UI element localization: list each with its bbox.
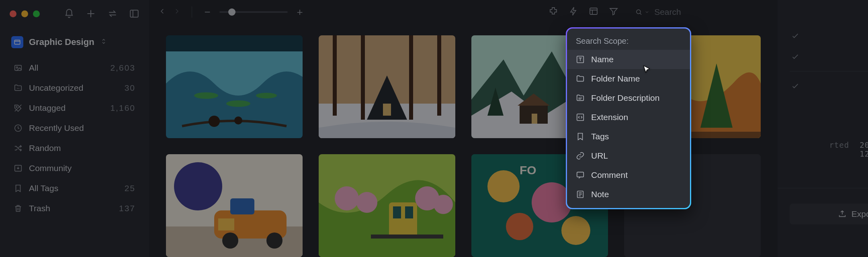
export-icon: [838, 210, 847, 218]
inspector-details: 72 31.72 MB rted 2019/08/01 12:03 Create: [778, 104, 868, 180]
detail-label: [790, 165, 868, 173]
scope-option-label: Comment: [591, 170, 628, 180]
minimize-window-button[interactable]: [21, 10, 28, 17]
nav-forward-button[interactable]: [173, 8, 180, 17]
thumbnail[interactable]: [319, 154, 455, 257]
filter-icon[interactable]: [609, 6, 618, 18]
sidebar-item-label: Community: [29, 163, 72, 173]
note-icon: [576, 190, 585, 199]
scope-option-name[interactable]: Name: [567, 50, 690, 69]
sidebar-item-random[interactable]: Random: [8, 138, 141, 158]
zoom-slider-thumb[interactable]: [228, 8, 235, 16]
clock-icon: [14, 124, 23, 133]
transfer-icon[interactable]: [107, 8, 118, 19]
sidebar-item-label: All: [29, 63, 38, 73]
scope-option-comment[interactable]: Comment: [567, 165, 690, 185]
close-window-button[interactable]: [10, 10, 16, 17]
thumbnail[interactable]: [166, 35, 303, 138]
svg-point-36: [174, 162, 222, 210]
scope-option-folder-desc[interactable]: Folder Description: [567, 88, 690, 108]
nav-back-button[interactable]: [159, 8, 166, 17]
inspector-row[interactable]: rawn: [790, 25, 868, 46]
untagged-icon: [14, 104, 23, 112]
sidebar-item-trash[interactable]: Trash 137: [8, 198, 141, 218]
plus-icon[interactable]: [86, 8, 96, 19]
sidebar-item-alltags[interactable]: All Tags 25: [8, 178, 141, 198]
sidebar-item-count: 1,160: [110, 103, 135, 113]
svg-point-55: [506, 213, 533, 240]
folder-uncat-icon: [14, 84, 23, 92]
zoom-slider[interactable]: [219, 11, 288, 13]
svg-point-12: [226, 100, 250, 107]
folder-icon: [576, 74, 585, 83]
scope-option-label: Tags: [591, 132, 609, 141]
zoom-in-button[interactable]: +: [296, 6, 304, 18]
inspector-row[interactable]: tion: [790, 46, 868, 67]
sidebar-item-community[interactable]: Community: [8, 158, 141, 178]
extension-icon[interactable]: [549, 6, 558, 18]
sidebar-item-recent[interactable]: Recently Used: [8, 118, 141, 138]
sidebar-item-untagged[interactable]: Untagged 1,160: [8, 98, 141, 118]
window-controls[interactable]: [10, 10, 40, 17]
sidebar-item-label: Uncategorized: [29, 83, 83, 93]
inspector-fields: rawn tion s: [778, 18, 868, 104]
svg-point-44: [356, 192, 377, 213]
scope-option-label: URL: [591, 151, 608, 161]
export-label: Export: [852, 209, 868, 219]
layout-icon[interactable]: [589, 6, 598, 18]
scope-option-extension[interactable]: Extension: [567, 108, 690, 127]
svg-point-4: [16, 106, 17, 108]
svg-rect-16: [166, 35, 303, 51]
code-box-icon: [576, 113, 585, 122]
svg-rect-7: [590, 8, 597, 14]
export-button[interactable]: Export: [790, 204, 868, 224]
svg-point-14: [209, 116, 220, 127]
sidebar-item-count: 137: [119, 204, 135, 213]
scope-option-note[interactable]: Note: [567, 185, 690, 204]
sidebar-item-uncategorized[interactable]: Uncategorized 30: [8, 78, 141, 98]
svg-point-8: [637, 10, 641, 14]
separator: [790, 71, 868, 71]
svg-point-15: [234, 116, 242, 124]
scope-option-label: Folder Name: [591, 74, 640, 84]
zoom-control: − +: [203, 6, 304, 18]
scope-option-url[interactable]: URL: [567, 146, 690, 165]
sidebar-item-label: Untagged: [29, 103, 66, 113]
scope-option-folder-name[interactable]: Folder Name: [567, 69, 690, 88]
detail-row: rted 2019/08/01 12:03: [790, 137, 868, 161]
sidebar-item-all[interactable]: All 2,603: [8, 58, 141, 78]
panel-toggle-icon[interactable]: [129, 8, 139, 19]
svg-rect-0: [130, 10, 138, 17]
titlebar: [0, 3, 149, 24]
svg-rect-48: [393, 206, 401, 218]
scope-option-tags[interactable]: Tags: [567, 127, 690, 146]
thumbnail[interactable]: [166, 154, 303, 257]
action-icon[interactable]: [569, 6, 578, 18]
thumbnail[interactable]: [319, 35, 455, 138]
folder-text-icon: [576, 94, 585, 102]
bookmark-icon: [14, 184, 23, 193]
fullscreen-window-button[interactable]: [33, 10, 40, 17]
comment-icon: [576, 171, 585, 179]
inspector-panel: rawn tion s 72 31.72 MB rted: [778, 0, 868, 257]
sidebar-item-count: 25: [125, 184, 135, 193]
sidebar-item-label: Random: [29, 143, 61, 153]
svg-rect-61: [577, 172, 584, 177]
sidebar-nav: All 2,603 Uncategorized 30 Untagged 1,16…: [0, 56, 149, 220]
chevron-down-icon[interactable]: [645, 9, 649, 15]
svg-rect-41: [218, 218, 234, 230]
zoom-out-button[interactable]: −: [203, 6, 211, 18]
detail-label: [790, 125, 868, 134]
chevron-updown-icon: [100, 37, 107, 47]
scope-option-label: Extension: [591, 112, 628, 122]
svg-rect-60: [577, 114, 584, 121]
library-selector[interactable]: Graphic Design: [11, 36, 138, 48]
search-input[interactable]: [654, 7, 768, 17]
search-icon: [635, 8, 642, 16]
search-field[interactable]: [635, 7, 768, 17]
link-icon: [576, 151, 585, 160]
bell-icon[interactable]: [64, 8, 74, 19]
images-icon: [14, 63, 23, 72]
inspector-row[interactable]: s: [790, 75, 868, 96]
svg-point-43: [335, 186, 359, 210]
